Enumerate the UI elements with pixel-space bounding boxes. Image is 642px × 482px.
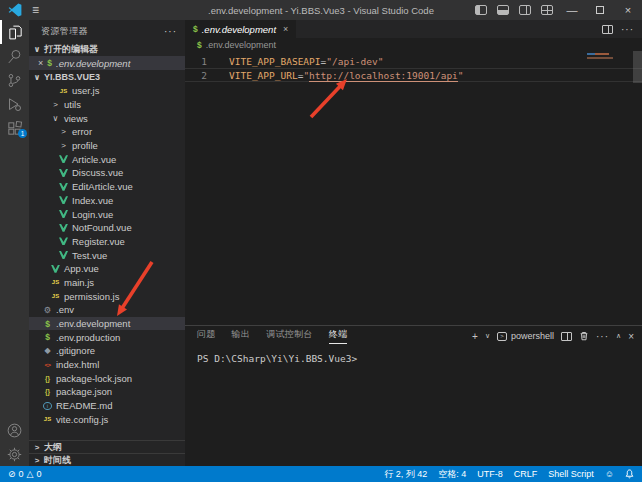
tree-item-label: vite.config.js bbox=[56, 414, 108, 425]
split-terminal-icon[interactable] bbox=[561, 332, 572, 341]
maximize-button[interactable] bbox=[586, 0, 614, 20]
url-link[interactable]: http://localhost:19001/api bbox=[309, 70, 458, 82]
json-file-icon: {} bbox=[43, 374, 52, 383]
error-icon: ⊘ bbox=[8, 470, 16, 479]
code-editor[interactable]: 1VITE_APP_BASEAPI="/api-dev"2VITE_APP_UR… bbox=[185, 51, 642, 325]
terminal-dropdown-icon[interactable]: ∨ bbox=[485, 332, 490, 340]
tree-item-Register.vue[interactable]: Register.vue bbox=[29, 235, 185, 249]
cursor-position[interactable]: 行 2, 列 42 bbox=[384, 468, 427, 481]
toggle-secondary-sidebar-icon[interactable] bbox=[514, 0, 536, 20]
panel-tab-问题[interactable]: 问题 bbox=[197, 328, 216, 344]
tree-item-.gitignore[interactable]: ◆.gitignore bbox=[29, 344, 185, 358]
panel-tab-输出[interactable]: 输出 bbox=[232, 328, 251, 344]
indentation[interactable]: 空格: 4 bbox=[438, 468, 466, 481]
split-editor-icon[interactable] bbox=[602, 25, 613, 34]
tree-item-views[interactable]: ∨views bbox=[29, 111, 185, 125]
outline-section[interactable]: > 大纲 bbox=[29, 440, 185, 453]
tree-item-label: .gitignore bbox=[56, 345, 95, 356]
chevron-right-icon: > bbox=[59, 127, 68, 136]
breadcrumb[interactable]: $ .env.development bbox=[185, 38, 642, 51]
source-control-icon[interactable] bbox=[0, 68, 29, 92]
encoding[interactable]: UTF-8 bbox=[477, 469, 503, 479]
tree-item-Login.vue[interactable]: Login.vue bbox=[29, 207, 185, 221]
terminal-output[interactable]: PS D:\CSharp\Yi\Yi.BBS.Vue3> bbox=[185, 346, 642, 364]
maximize-panel-icon[interactable]: ∧ bbox=[616, 332, 621, 340]
account-icon[interactable] bbox=[0, 418, 29, 442]
editor-more-actions-icon[interactable]: ··· bbox=[621, 24, 634, 35]
timeline-section[interactable]: > 时间线 bbox=[29, 453, 185, 466]
breadcrumb-filename: .env.development bbox=[206, 40, 276, 50]
panel-tab-调试控制台[interactable]: 调试控制台 bbox=[266, 328, 313, 344]
tree-item-.env[interactable]: ⚙.env bbox=[29, 303, 185, 317]
open-editors-section[interactable]: ∨ 打开的编辑器 bbox=[29, 42, 185, 56]
eol-sequence[interactable]: CRLF bbox=[514, 469, 538, 479]
open-editor-item[interactable]: × $ .env.development bbox=[29, 56, 185, 70]
tree-item-vite.config.js[interactable]: JSvite.config.js bbox=[29, 413, 185, 427]
project-section-header[interactable]: ∨ YI.BBS.VUE3 bbox=[29, 70, 185, 84]
tree-item-error[interactable]: >error bbox=[29, 125, 185, 139]
js-file-icon: JS bbox=[51, 292, 60, 301]
customize-layout-icon[interactable] bbox=[536, 0, 558, 20]
activity-bar: 1 bbox=[0, 20, 29, 466]
tree-item-.env.production[interactable]: $.env.production bbox=[29, 330, 185, 344]
tree-item-Index.vue[interactable]: Index.vue bbox=[29, 194, 185, 208]
tree-item-label: Test.vue bbox=[72, 250, 107, 261]
run-debug-icon[interactable] bbox=[0, 92, 29, 116]
tree-item-label: .env.production bbox=[56, 332, 120, 343]
tree-item-utils[interactable]: >utils bbox=[29, 98, 185, 112]
extensions-icon[interactable]: 1 bbox=[0, 116, 29, 140]
tree-item-index.html[interactable]: <>index.html bbox=[29, 358, 185, 372]
panel-more-actions-icon[interactable]: ··· bbox=[596, 331, 609, 342]
terminal-shell-item[interactable]: > powershell bbox=[497, 331, 554, 341]
js-file-icon: JS bbox=[59, 86, 68, 95]
close-panel-icon[interactable]: × bbox=[628, 331, 634, 342]
tree-item-main.js[interactable]: JSmain.js bbox=[29, 276, 185, 290]
kill-terminal-trash-icon[interactable] bbox=[579, 331, 589, 341]
tab-env-development[interactable]: $ .env.development × bbox=[185, 20, 296, 38]
powershell-icon: > bbox=[497, 332, 507, 341]
menu-hamburger-icon[interactable]: ≡ bbox=[32, 3, 39, 17]
close-window-button[interactable]: × bbox=[614, 0, 642, 20]
chevron-down-icon: ∨ bbox=[33, 45, 41, 54]
js-file-icon: JS bbox=[43, 415, 52, 424]
tree-item-Test.vue[interactable]: Test.vue bbox=[29, 248, 185, 262]
explorer-more-actions-icon[interactable]: ··· bbox=[164, 26, 177, 37]
tree-item-package-lock.json[interactable]: {}package-lock.json bbox=[29, 371, 185, 385]
chevron-right-icon: > bbox=[51, 100, 60, 109]
status-bar: ⊘ 0 △ 0 行 2, 列 42 空格: 4 UTF-8 CRLF Shell… bbox=[0, 466, 642, 482]
toggle-panel-icon[interactable] bbox=[492, 0, 514, 20]
tree-item-label: views bbox=[64, 113, 88, 124]
tree-item-package.json[interactable]: {}package.json bbox=[29, 385, 185, 399]
tree-item-label: .env bbox=[56, 304, 74, 315]
settings-gear-icon[interactable] bbox=[0, 442, 29, 466]
code-line-1[interactable]: 1VITE_APP_BASEAPI="/api-dev" bbox=[185, 54, 642, 68]
close-tab-icon[interactable]: × bbox=[283, 24, 288, 34]
feedback-smiley-icon[interactable]: ☺ bbox=[605, 470, 614, 479]
tree-item-Discuss.vue[interactable]: Discuss.vue bbox=[29, 166, 185, 180]
language-mode[interactable]: Shell Script bbox=[548, 469, 594, 479]
tree-item-.env.development[interactable]: $.env.development bbox=[29, 317, 185, 331]
minimize-button[interactable]: — bbox=[558, 0, 586, 20]
tree-item-label: Login.vue bbox=[72, 209, 113, 220]
editor-scrollbar[interactable] bbox=[633, 51, 642, 83]
tree-item-Article.vue[interactable]: Article.vue bbox=[29, 152, 185, 166]
close-editor-icon[interactable]: × bbox=[38, 58, 43, 68]
toggle-primary-sidebar-icon[interactable] bbox=[470, 0, 492, 20]
tree-item-user.js[interactable]: JSuser.js bbox=[29, 84, 185, 98]
notifications-bell-icon[interactable] bbox=[625, 469, 634, 479]
tree-item-permission.js[interactable]: JSpermission.js bbox=[29, 289, 185, 303]
minimap[interactable] bbox=[587, 53, 617, 59]
tree-item-label: package.json bbox=[56, 386, 112, 397]
panel-tab-终端[interactable]: 终端 bbox=[329, 328, 348, 344]
explorer-icon[interactable] bbox=[0, 20, 29, 44]
tree-item-README.md[interactable]: iREADME.md bbox=[29, 399, 185, 413]
tree-item-label: profile bbox=[72, 140, 98, 151]
new-terminal-icon[interactable]: + bbox=[472, 331, 478, 342]
search-icon[interactable] bbox=[0, 44, 29, 68]
problems-status[interactable]: ⊘ 0 △ 0 bbox=[8, 469, 42, 479]
tree-item-EditArticle.vue[interactable]: EditArticle.vue bbox=[29, 180, 185, 194]
tree-item-NotFound.vue[interactable]: NotFound.vue bbox=[29, 221, 185, 235]
tree-item-profile[interactable]: >profile bbox=[29, 139, 185, 153]
code-line-2[interactable]: 2VITE_APP_URL="http://localhost:19001/ap… bbox=[185, 68, 642, 82]
tree-item-App.vue[interactable]: App.vue bbox=[29, 262, 185, 276]
